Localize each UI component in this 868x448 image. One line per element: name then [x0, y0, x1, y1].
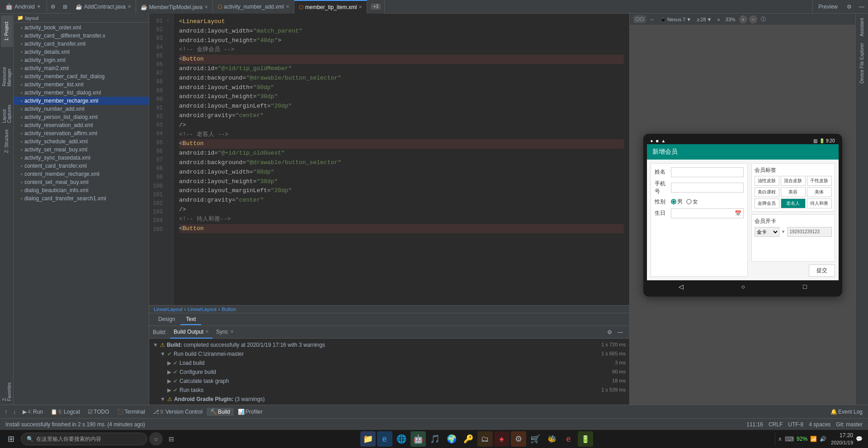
- expand-icon-4[interactable]: ▶: [167, 377, 171, 385]
- scroll-up-btn[interactable]: ↑: [2, 408, 10, 416]
- tag-dry[interactable]: 干性皮肤: [807, 176, 832, 186]
- vcs-btn[interactable]: ⎇ 9: Version Control: [149, 408, 206, 416]
- cursor-position[interactable]: 111:16: [746, 421, 763, 428]
- tab-close-2[interactable]: ✕: [286, 4, 289, 9]
- breadcrumb-item-2[interactable]: Button: [222, 307, 236, 312]
- code-editor[interactable]: 8182838485 8687888990 9192939495 9697989…: [149, 14, 629, 305]
- todo-btn[interactable]: ☑ TODO: [84, 408, 113, 416]
- battery-icon[interactable]: 92%: [797, 436, 807, 442]
- file-item[interactable]: ▪ content_card_transfer.xml: [14, 162, 149, 170]
- preview-zoom[interactable]: 33%: [724, 16, 737, 23]
- tag-beauty[interactable]: 美容: [781, 187, 806, 197]
- assistant-label[interactable]: Assistant: [858, 15, 866, 39]
- app-icon-6[interactable]: ⚙: [511, 431, 526, 447]
- expand-icon-3[interactable]: ▶: [167, 368, 171, 376]
- sidebar-captures[interactable]: Layout Captures: [1, 89, 13, 125]
- file-item[interactable]: ▪ activity_number_add.xml: [14, 105, 149, 113]
- expand-icon-2[interactable]: ▶: [167, 359, 171, 367]
- phone-input[interactable]: [671, 183, 744, 193]
- file-item[interactable]: ▪ activity_member_card_list_dialog: [14, 72, 149, 80]
- tab-number-add[interactable]: ⬡ activity_number_add.xml ✕: [213, 0, 294, 14]
- preview-device-selector[interactable]: 📱 Nexus 7 ▼: [658, 15, 693, 23]
- start-button[interactable]: ⊞: [3, 431, 19, 447]
- file-item[interactable]: ▪ activity_member_list.xml: [14, 80, 149, 89]
- build-tab-close-1[interactable]: ✕: [230, 329, 234, 334]
- device-file-explorer-label[interactable]: Device File Explorer: [858, 40, 866, 86]
- preview-api-selector[interactable]: ≥ 28 ▼: [695, 16, 713, 23]
- sidebar-resource[interactable]: Resource Manager: [1, 47, 13, 88]
- android-studio-icon[interactable]: 🤖: [410, 431, 426, 447]
- sidebar-favorites[interactable]: 2: Favorites: [1, 376, 13, 403]
- app-icon-7[interactable]: 🛒: [528, 431, 543, 447]
- file-item[interactable]: ▪ activity_card_transfer.xml: [14, 40, 149, 48]
- sync-tab[interactable]: Sync ✕: [212, 326, 237, 339]
- preview-zoom-out[interactable]: »: [715, 16, 722, 23]
- nav-back[interactable]: ◁: [679, 283, 684, 290]
- taskbar-search[interactable]: 🔍 在这里输入你要搜索的内容: [21, 433, 147, 445]
- file-item[interactable]: ▪ activity_person_list_dialog.xml: [14, 113, 149, 121]
- event-log-btn[interactable]: 🔔 Event Log: [827, 408, 866, 416]
- code-lines[interactable]: <LinearLayout android:layout_width="matc…: [174, 14, 629, 305]
- expand-icon-5[interactable]: ▶: [167, 386, 171, 394]
- edge-icon[interactable]: e: [377, 431, 392, 447]
- tag-oil[interactable]: 油性皮肤: [755, 176, 779, 186]
- layout-icon[interactable]: ⊞: [59, 4, 71, 10]
- file-item[interactable]: ▪ activity_card__different_transfer.x: [14, 32, 149, 40]
- app-icon-1[interactable]: 🎵: [427, 431, 443, 447]
- sidebar-project[interactable]: 1: Project: [1, 15, 13, 47]
- encoding[interactable]: UTF-8: [788, 421, 803, 428]
- app-icon-3[interactable]: 🔑: [461, 431, 476, 447]
- logcat-btn[interactable]: 📋 6: Logcat: [47, 408, 84, 416]
- chrome-icon[interactable]: 🌐: [394, 431, 409, 447]
- app-icon-2[interactable]: 🌍: [444, 431, 459, 447]
- gender-male[interactable]: 男: [671, 198, 683, 206]
- preview-info-icon[interactable]: ⓘ: [759, 15, 768, 24]
- breadcrumb-item-1[interactable]: LinearLayout: [188, 307, 217, 312]
- file-item[interactable]: ▪ dialog_beautician_info.xml: [14, 186, 149, 194]
- terminal-btn[interactable]: ⬛ Terminal: [113, 408, 149, 416]
- tab-close-1[interactable]: ✕: [204, 5, 208, 9]
- preview-orient-btn[interactable]: ↔: [648, 16, 656, 23]
- file-item[interactable]: ▪ activity_member_list_dialog.xml: [14, 89, 149, 97]
- file-item[interactable]: ▪ activity_reservation_add.xml: [14, 121, 149, 129]
- nav-home[interactable]: ○: [741, 283, 745, 290]
- tab-design[interactable]: Design: [153, 314, 180, 325]
- expand-icon-1[interactable]: ▼: [160, 350, 165, 358]
- tag-mix[interactable]: 混合皮肤: [781, 176, 806, 186]
- tab-close-0[interactable]: ✕: [127, 4, 131, 9]
- scroll-down-btn[interactable]: ↓: [10, 408, 19, 416]
- app-icon-10[interactable]: 🔋: [578, 431, 593, 447]
- tag-gold[interactable]: 金牌会员: [755, 198, 779, 208]
- app-icon-4[interactable]: 🗂: [477, 431, 493, 447]
- vcs-status[interactable]: Git: master: [836, 421, 863, 428]
- build-btn[interactable]: 🔨 Build: [207, 408, 234, 416]
- expand-icon-6[interactable]: ▼: [160, 395, 165, 403]
- file-item[interactable]: ▪ dialog_card_transfer_search1.xml: [14, 194, 149, 203]
- file-item[interactable]: ▪ activity_login.xml: [14, 56, 149, 64]
- tag-body[interactable]: 美体: [807, 187, 832, 197]
- file-item[interactable]: ▪ activity_schedule_add.xml: [14, 137, 149, 146]
- nav-recent[interactable]: □: [803, 283, 807, 290]
- file-item[interactable]: ▪ activity_details.xml: [14, 48, 149, 56]
- cortana-icon[interactable]: ○: [149, 432, 163, 446]
- line-ending[interactable]: CRLF: [769, 421, 783, 428]
- gender-female[interactable]: 女: [686, 198, 698, 206]
- run-btn[interactable]: ▶ 4: Run: [19, 408, 47, 416]
- network-icon[interactable]: 📶: [810, 436, 817, 442]
- file-item[interactable]: ▪ activity_sync_basedata.xml: [14, 154, 149, 162]
- card-type-select[interactable]: 金卡: [755, 227, 779, 237]
- settings-icon[interactable]: ⚙: [47, 4, 59, 10]
- app-icon-9[interactable]: e: [561, 431, 576, 447]
- tray-expand[interactable]: ∧: [778, 436, 782, 442]
- preview-minimize[interactable]: —: [855, 4, 868, 10]
- build-output-tab[interactable]: Build Output ✕: [170, 326, 212, 339]
- preview-zoom-btn[interactable]: +: [739, 15, 747, 24]
- indent[interactable]: 4 spaces: [809, 421, 830, 428]
- file-item[interactable]: ▪ activity_book_order.xml: [14, 24, 149, 32]
- volume-icon[interactable]: 🔊: [820, 436, 826, 442]
- calendar-icon[interactable]: 📅: [735, 210, 741, 217]
- tag-kind[interactable]: 待人和善: [807, 198, 832, 208]
- tab-addcontract[interactable]: ☕ AddContract.java ✕: [71, 0, 136, 14]
- app-icon-5[interactable]: ♠: [494, 431, 509, 447]
- notification-icon[interactable]: 💬: [856, 436, 863, 442]
